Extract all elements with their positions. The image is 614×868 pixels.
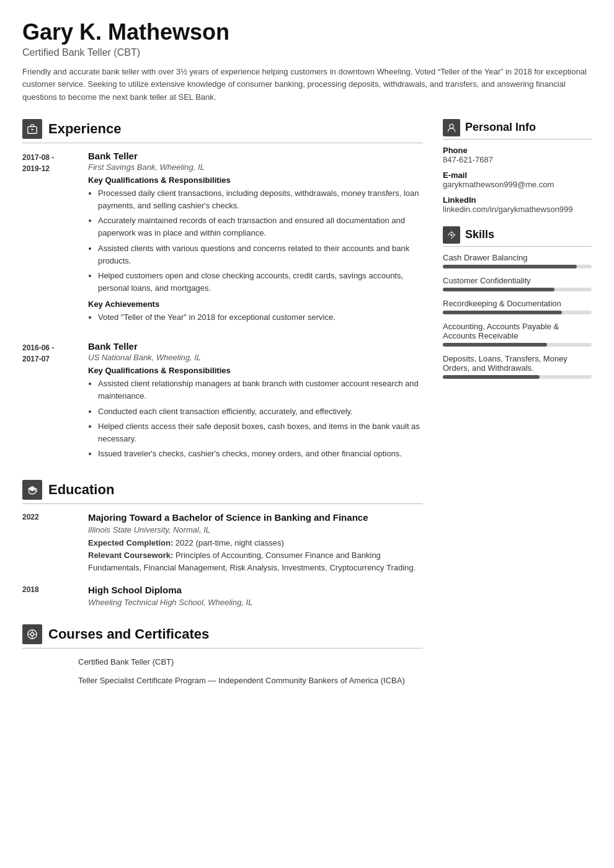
cert-entry-1: Certified Bank Teller (CBT) bbox=[22, 656, 423, 668]
linkedin-value: linkedin.com/in/garykmathewson999 bbox=[443, 205, 592, 214]
skill-bar-bg-4 bbox=[443, 343, 592, 347]
experience-title-1: Bank Teller bbox=[88, 151, 423, 161]
experience-org-2: US National Bank, Wheeling, IL bbox=[88, 353, 423, 362]
personal-icon bbox=[443, 119, 460, 136]
list-item: Processed daily client transactions, inc… bbox=[98, 187, 423, 212]
skills-icon bbox=[443, 226, 460, 244]
education-year-2: 2018 bbox=[22, 584, 78, 609]
resume-header: Gary K. Mathewson Certified Bank Teller … bbox=[22, 20, 592, 104]
phone-value: 847-621-7687 bbox=[443, 155, 592, 164]
education-degree-1: Majoring Toward a Bachelor of Science in… bbox=[88, 512, 423, 524]
education-coursework-1: Relevant Coursework: Principles of Accou… bbox=[88, 549, 423, 574]
experience-org-1: First Savings Bank, Wheeling, IL bbox=[88, 162, 423, 172]
skill-item-5: Deposits, Loans, Transfers, Money Orders… bbox=[443, 354, 592, 379]
left-column: Experience 2017-08 -2019-12 Bank Teller … bbox=[22, 119, 423, 702]
svg-point-9 bbox=[450, 124, 453, 128]
skills-title: Skills bbox=[465, 228, 494, 241]
skill-item-3: Recordkeeping & Documentation bbox=[443, 299, 592, 314]
linkedin-label: LinkedIn bbox=[443, 195, 592, 205]
skill-item-2: Customer Confidentiality bbox=[443, 276, 592, 291]
skill-bar-fill-5 bbox=[443, 375, 540, 379]
experience-dates-1: 2017-08 -2019-12 bbox=[22, 151, 78, 329]
education-section: Education 2022 Majoring Toward a Bachelo… bbox=[22, 480, 423, 609]
experience-icon bbox=[22, 119, 42, 139]
list-item: Voted "Teller of the Year" in 2018 for e… bbox=[98, 311, 423, 324]
skill-bar-bg-1 bbox=[443, 265, 592, 268]
list-item: Helped customers open and close checking… bbox=[98, 270, 423, 294]
courses-title: Courses and Certificates bbox=[48, 626, 209, 642]
experience-entry-1: 2017-08 -2019-12 Bank Teller First Savin… bbox=[22, 151, 423, 329]
email-item: E-mail garykmathewson999@me.com bbox=[443, 170, 592, 189]
candidate-subtitle: Certified Bank Teller (CBT) bbox=[22, 47, 592, 58]
skill-bar-fill-4 bbox=[443, 343, 547, 347]
experience-entry-2: 2016-06 -2017-07 Bank Teller US National… bbox=[22, 341, 423, 465]
list-item: Issued traveler's checks, cashier's chec… bbox=[98, 448, 423, 460]
experience-achievements-list-1: Voted "Teller of the Year" in 2018 for e… bbox=[88, 311, 423, 324]
education-body-1: Majoring Toward a Bachelor of Science in… bbox=[88, 512, 423, 574]
education-org-1: Illinois State University, Normal, IL bbox=[88, 525, 423, 534]
candidate-name: Gary K. Mathewson bbox=[22, 20, 592, 45]
experience-body-1: Bank Teller First Savings Bank, Wheeling… bbox=[88, 151, 423, 329]
courses-icon bbox=[22, 624, 42, 644]
experience-title-2: Bank Teller bbox=[88, 341, 423, 352]
experience-achievements-label-1: Key Achievements bbox=[88, 299, 423, 309]
skill-bar-fill-1 bbox=[443, 265, 577, 268]
skill-bar-bg-2 bbox=[443, 288, 592, 291]
email-value: garykmathewson999@me.com bbox=[443, 180, 592, 189]
candidate-summary: Friendly and accurate bank teller with o… bbox=[22, 66, 592, 104]
list-item: Assisted client relationship managers at… bbox=[98, 378, 423, 402]
skill-item-1: Cash Drawer Balancing bbox=[443, 253, 592, 268]
list-item: Assisted clients with various questions … bbox=[98, 242, 423, 267]
right-column: Personal Info Phone 847-621-7687 E-mail … bbox=[443, 119, 592, 702]
education-entry-1: 2022 Majoring Toward a Bachelor of Scien… bbox=[22, 512, 423, 574]
list-item: Accurately maintained records of each tr… bbox=[98, 215, 423, 239]
education-year-1: 2022 bbox=[22, 512, 78, 574]
cert-text-2: Teller Specialist Certificate Program — … bbox=[78, 675, 423, 687]
experience-body-2: Bank Teller US National Bank, Wheeling, … bbox=[88, 341, 423, 465]
education-title: Education bbox=[48, 482, 114, 498]
experience-dates-2: 2016-06 -2017-07 bbox=[22, 341, 78, 465]
education-expected-1: Expected Completion: 2022 (part-time, ni… bbox=[88, 537, 423, 549]
skill-item-4: Accounting, Accounts Payable & Accounts … bbox=[443, 322, 592, 347]
svg-rect-1 bbox=[31, 129, 33, 130]
phone-item: Phone 847-621-7687 bbox=[443, 146, 592, 164]
list-item: Conducted each client transaction effici… bbox=[98, 405, 423, 418]
skill-bar-bg-5 bbox=[443, 375, 592, 379]
experience-title: Experience bbox=[48, 121, 121, 137]
svg-point-10 bbox=[450, 234, 452, 236]
personal-section: Personal Info Phone 847-621-7687 E-mail … bbox=[443, 119, 592, 214]
skill-name-5: Deposits, Loans, Transfers, Money Orders… bbox=[443, 354, 592, 373]
cert-entry-2: Teller Specialist Certificate Program — … bbox=[22, 675, 423, 687]
skills-section: Skills Cash Drawer Balancing Customer Co… bbox=[443, 226, 592, 379]
linkedin-item: LinkedIn linkedin.com/in/garykmathewson9… bbox=[443, 195, 592, 214]
experience-qualifications-list-2: Assisted client relationship managers at… bbox=[88, 378, 423, 460]
education-degree-2: High School Diploma bbox=[88, 584, 423, 596]
experience-section: Experience 2017-08 -2019-12 Bank Teller … bbox=[22, 119, 423, 465]
list-item: Helped clients access their safe deposit… bbox=[98, 420, 423, 445]
personal-title: Personal Info bbox=[465, 121, 536, 134]
email-label: E-mail bbox=[443, 170, 592, 180]
education-body-2: High School Diploma Wheeling Technical H… bbox=[88, 584, 423, 609]
experience-qualifications-list-1: Processed daily client transactions, inc… bbox=[88, 187, 423, 294]
education-icon bbox=[22, 480, 42, 500]
skill-name-4: Accounting, Accounts Payable & Accounts … bbox=[443, 322, 592, 340]
education-org-2: Wheeling Technical High School, Wheeling… bbox=[88, 598, 423, 607]
experience-qualifications-label-2: Key Qualifications & Responsibilities bbox=[88, 366, 423, 375]
experience-qualifications-label-1: Key Qualifications & Responsibilities bbox=[88, 175, 423, 185]
skill-bar-fill-2 bbox=[443, 288, 554, 291]
skill-name-2: Customer Confidentiality bbox=[443, 276, 592, 285]
skill-name-1: Cash Drawer Balancing bbox=[443, 253, 592, 262]
cert-text-1: Certified Bank Teller (CBT) bbox=[78, 656, 423, 668]
skill-bar-bg-3 bbox=[443, 311, 592, 314]
skill-bar-fill-3 bbox=[443, 311, 562, 314]
education-entry-2: 2018 High School Diploma Wheeling Techni… bbox=[22, 584, 423, 609]
svg-point-4 bbox=[30, 632, 33, 636]
courses-section: Courses and Certificates Certified Bank … bbox=[22, 624, 423, 687]
skill-name-3: Recordkeeping & Documentation bbox=[443, 299, 592, 308]
phone-label: Phone bbox=[443, 146, 592, 155]
